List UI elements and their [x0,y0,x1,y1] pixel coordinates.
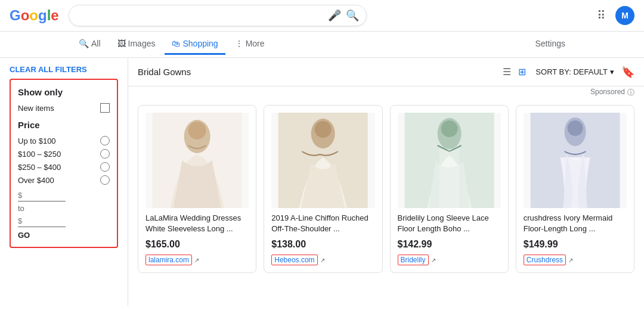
price-to-label: to [18,204,24,213]
sidebar: CLEAR ALL FILTERS Show only New items Pr… [0,58,128,306]
price-section: Price Up to $100 $100 – $250 $250 – $400… [18,120,110,240]
more-dots-icon: ⋮ [235,39,243,48]
nav-tabs: 🔍 All 🖼 Images 🛍 Shopping ⋮ More Setting… [0,32,644,58]
price-to-row: to [18,204,110,213]
svg-point-11 [567,120,583,136]
price-option-1: $100 – $250 [18,149,110,159]
header: Google wedding dress 🎤 🔍 ⠿ M [0,0,644,32]
price-option-3: Over $400 [18,175,110,185]
tab-all[interactable]: 🔍 All [72,34,108,55]
seller-link-4[interactable]: Crushdress [524,255,566,265]
product-name-2: 2019 A-Line Chiffon Ruched Off-The-Shoul… [271,213,374,234]
settings-label: Settings [535,39,565,48]
seller-link-3[interactable]: Bridelily [398,255,429,265]
product-card-1[interactable]: LaLaMira Wedding Dresses White Sleeveles… [138,105,256,273]
search-button[interactable]: 🔍 [346,9,359,22]
product-image-4 [524,113,627,208]
sort-by-dropdown[interactable]: SORT BY: DEFAULT ▾ [535,67,614,76]
clear-filters-button[interactable]: CLEAR ALL FILTERS [10,65,118,74]
svg-point-2 [188,122,206,140]
google-logo: Google [10,7,59,24]
product-price-1: $165.00 [145,239,249,250]
price-to-input[interactable] [18,215,66,227]
seller-link-2[interactable]: Hebeos.com [271,255,317,265]
apps-icon[interactable]: ⠿ [597,8,606,23]
price-option-3-label: Over $400 [18,176,54,185]
price-radio-2[interactable] [100,162,110,172]
new-items-label: New items [18,104,54,113]
price-radio-0[interactable] [100,136,110,145]
external-link-icon-1[interactable]: ↗ [194,257,199,264]
tab-images[interactable]: 🖼 Images [110,34,163,55]
product-seller-3: Bridelily ↗ [398,255,501,265]
product-name-4: crushdress Ivory Mermaid Floor-Length Lo… [524,213,627,234]
content-title: Bridal Gowns [138,67,493,77]
list-view-button[interactable]: ☰ [500,64,513,80]
product-grid: LaLaMira Wedding Dresses White Sleeveles… [128,100,644,278]
avatar[interactable]: M [615,6,634,25]
product-image-1 [145,113,249,208]
shopping-icon: 🛍 [172,39,180,48]
header-right: ⠿ M [597,6,634,25]
sort-chevron-icon: ▾ [610,67,614,76]
content-header: Bridal Gowns ☰ ⊞ SORT BY: DEFAULT ▾ 🔖 [128,58,644,86]
tab-more[interactable]: ⋮ More [228,34,272,55]
new-items-checkbox[interactable] [100,103,110,113]
product-image-3 [398,113,501,208]
product-seller-2: Hebeos.com ↗ [271,255,374,265]
all-icon: 🔍 [79,39,89,48]
sort-by-label: SORT BY: DEFAULT [535,67,608,76]
product-price-2: $138.00 [271,239,374,250]
price-option-2-label: $250 – $400 [18,163,61,172]
go-button[interactable]: GO [18,231,110,240]
price-label: Price [18,120,110,130]
price-range: to GO [18,190,110,240]
tab-shopping[interactable]: 🛍 Shopping [165,34,225,55]
tab-shopping-label: Shopping [182,39,218,48]
view-toggle: ☰ ⊞ [500,64,528,80]
price-option-0-label: Up to $100 [18,137,56,145]
external-link-icon-2[interactable]: ↗ [320,257,325,264]
price-radio-1[interactable] [100,149,110,159]
sponsored-row: Sponsored ⓘ [128,86,644,100]
product-seller-1: lalamira.com ↗ [145,255,249,265]
sponsored-info-icon[interactable]: ⓘ [627,88,634,98]
price-from-row [18,190,110,202]
svg-point-5 [315,121,332,138]
product-name-1: LaLaMira Wedding Dresses White Sleeveles… [145,213,249,234]
price-option-0: Up to $100 [18,136,110,145]
mic-icon[interactable]: 🎤 [328,9,341,22]
search-input[interactable]: wedding dress [76,10,323,21]
sponsored-label: Sponsored [590,88,625,98]
bookmark-icon[interactable]: 🔖 [621,66,634,79]
grid-view-button[interactable]: ⊞ [516,64,528,80]
tab-all-label: All [91,39,101,48]
seller-link-1[interactable]: lalamira.com [145,255,192,265]
search-bar: wedding dress 🎤 🔍 [69,5,367,26]
product-price-4: $149.99 [524,239,627,250]
main-layout: CLEAR ALL FILTERS Show only New items Pr… [0,58,644,306]
content-area: Bridal Gowns ☰ ⊞ SORT BY: DEFAULT ▾ 🔖 Sp… [128,58,644,306]
product-seller-4: Crushdress ↗ [524,255,627,265]
external-link-icon-3[interactable]: ↗ [431,257,436,264]
price-to-input-row [18,215,110,227]
product-card-4[interactable]: crushdress Ivory Mermaid Floor-Length Lo… [516,105,634,273]
price-option-1-label: $100 – $250 [18,150,61,159]
external-link-icon-4[interactable]: ↗ [568,257,573,264]
tab-images-label: Images [128,39,156,48]
tab-more-label: More [246,39,265,48]
product-name-3: Bridelily Long Sleeve Lace Floor Length … [398,213,501,234]
tab-settings[interactable]: Settings [528,34,572,55]
new-items-filter-row: New items [18,103,110,113]
price-radio-3[interactable] [100,175,110,185]
product-price-3: $142.99 [398,239,501,250]
product-image-2 [271,113,374,208]
show-only-label: Show only [18,87,110,97]
price-option-2: $250 – $400 [18,162,110,172]
svg-point-8 [441,120,457,137]
price-from-input[interactable] [18,190,66,202]
filter-box: Show only New items Price Up to $100 $10… [10,79,118,248]
product-card-3[interactable]: Bridelily Long Sleeve Lace Floor Length … [390,105,509,273]
images-icon: 🖼 [117,39,126,48]
product-card-2[interactable]: 2019 A-Line Chiffon Ruched Off-The-Shoul… [264,105,382,273]
